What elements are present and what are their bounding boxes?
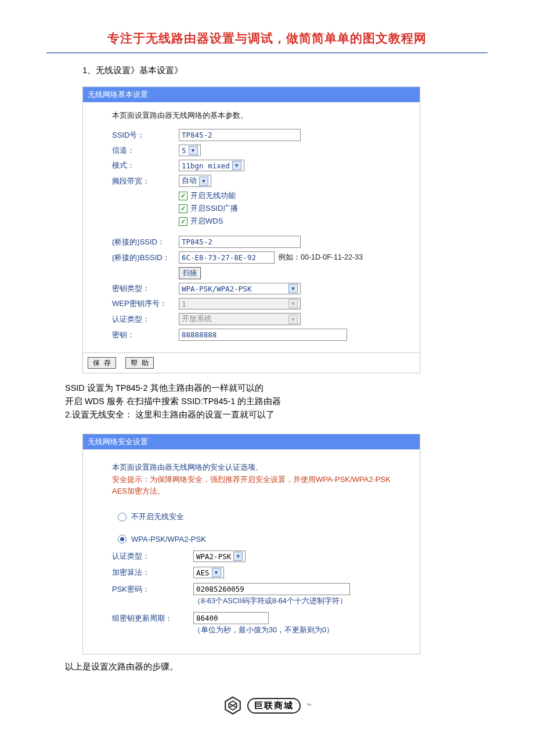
wepidx-select: 1 ▼ xyxy=(179,298,301,309)
ssid-input[interactable]: TP845-2 xyxy=(179,129,301,141)
authtype-label: 认证类型： xyxy=(112,314,179,325)
wireless-security-panel: 无线网络安全设置 本页面设置路由器无线网络的安全认证选项。 安全提示：为保障网络… xyxy=(82,434,420,655)
chevron-down-icon: ▼ xyxy=(189,146,198,155)
chevron-down-icon: ▼ xyxy=(199,177,208,186)
mode-select[interactable]: 11bgn mixed ▼ xyxy=(179,160,244,171)
wepidx-value: 1 xyxy=(182,300,186,308)
wireless-basic-panel: 无线网络基本设置 本页面设置路由器无线网络的基本参数。 SSID号： TP845… xyxy=(82,87,420,373)
wpa-psk-label: WPA-PSK/WPA2-PSK xyxy=(131,535,206,543)
panel2-desc2: 安全提示：为保障网络安全，强烈推荐开启安全设置，并使用WPA-PSK/WPA2-… xyxy=(112,474,406,498)
sec-enc-label: 加密算法： xyxy=(112,567,193,578)
channel-select[interactable]: 5 ▼ xyxy=(179,145,201,156)
footer-text: 以上是设置次路由器的步骤。 xyxy=(65,661,488,672)
ssid-label: SSID号： xyxy=(112,130,179,141)
brand-name: 巨联商城 xyxy=(247,698,301,714)
scan-button[interactable]: 扫描 xyxy=(179,267,201,279)
chevron-down-icon: ▼ xyxy=(212,568,221,577)
disable-security-radio[interactable] xyxy=(118,513,127,521)
sec-auth-value: WPA2-PSK xyxy=(196,552,231,561)
sec-enc-select[interactable]: AES ▼ xyxy=(193,567,224,578)
explain-line-3: 2.设置无线安全： 这里和主路由器的设置一直就可以了 xyxy=(65,408,488,422)
disable-security-label: 不开启无线安全 xyxy=(131,512,184,522)
step-1-text: 1、无线设置》基本设置》 xyxy=(82,65,488,76)
wpa-psk-radio[interactable] xyxy=(118,535,127,543)
panel2-desc1: 本页面设置路由器无线网络的安全认证选项。 xyxy=(112,462,406,473)
sec-enc-value: AES xyxy=(196,568,210,577)
panel2-header: 无线网络安全设置 xyxy=(83,434,420,449)
enable-ssid-broadcast-label: 开启SSID广播 xyxy=(190,203,238,214)
psk-input[interactable]: 02085260059 xyxy=(193,583,350,595)
brand-logo: 巨联商城 ™ xyxy=(46,696,488,717)
psk-hint: （8-63个ASCII码字符或8-64个十六进制字符） xyxy=(193,596,406,606)
psk-label: PSK密码： xyxy=(112,584,193,595)
chevron-down-icon: ▼ xyxy=(288,284,298,293)
chevron-down-icon: ▼ xyxy=(288,315,298,324)
channel-label: 信道： xyxy=(112,145,179,156)
bandwidth-select[interactable]: 自动 ▼ xyxy=(179,175,211,187)
keytype-value: WPA-PSK/WPA2-PSK xyxy=(182,285,251,293)
save-button[interactable]: 保 存 xyxy=(88,357,116,369)
key-label: 密钥： xyxy=(112,330,179,340)
keytype-label: 密钥类型： xyxy=(112,283,179,294)
hex-logo-icon xyxy=(223,696,243,715)
groupkey-label: 组密钥更新周期： xyxy=(112,613,193,624)
enable-wds-label: 开启WDS xyxy=(190,216,223,226)
trademark-icon: ™ xyxy=(306,703,312,708)
enable-wireless-label: 开启无线功能 xyxy=(190,190,236,201)
help-button[interactable]: 帮 助 xyxy=(125,357,154,369)
sec-auth-select[interactable]: WPA2-PSK ▼ xyxy=(193,550,246,562)
mode-label: 模式： xyxy=(112,160,179,171)
bridge-bssid-hint: 例如：00-1D-0F-11-22-33 xyxy=(278,253,363,262)
chevron-down-icon: ▼ xyxy=(288,299,298,308)
keytype-select[interactable]: WPA-PSK/WPA2-PSK ▼ xyxy=(179,283,301,294)
sec-auth-label: 认证类型： xyxy=(112,551,193,561)
bandwidth-label: 频段带宽： xyxy=(112,176,179,186)
authtype-select: 开放系统 ▼ xyxy=(179,313,301,325)
enable-wds-checkbox[interactable]: ✓ xyxy=(179,217,187,226)
mode-value: 11bgn mixed xyxy=(182,161,230,170)
page-title: 专注于无线路由器设置与调试，做简简单单的图文教程网 xyxy=(46,23,488,53)
explain-line-1: SSID 设置为 TP845-2 其他主路由器的一样就可以的 xyxy=(65,381,488,395)
wepidx-label: WEP密钥序号： xyxy=(112,298,179,309)
chevron-down-icon: ▼ xyxy=(233,552,243,561)
bandwidth-value: 自动 xyxy=(182,176,197,186)
groupkey-input[interactable]: 86400 xyxy=(193,612,269,624)
bridge-bssid-input[interactable]: 6C-E8-73-27-8E-92 xyxy=(179,251,275,264)
key-input[interactable]: 88888888 xyxy=(179,329,347,341)
panel1-desc: 本页面设置路由器无线网络的基本参数。 xyxy=(112,110,409,121)
channel-value: 5 xyxy=(182,146,186,155)
panel1-header: 无线网络基本设置 xyxy=(83,87,420,102)
authtype-value: 开放系统 xyxy=(182,314,212,324)
explain-line-2: 开启 WDS 服务 在扫描中搜索 SSID:TP845-1 的主路由器 xyxy=(65,395,488,408)
bridge-ssid-label: (桥接的)SSID： xyxy=(112,237,179,247)
enable-ssid-broadcast-checkbox[interactable]: ✓ xyxy=(179,204,187,213)
chevron-down-icon: ▼ xyxy=(232,161,241,170)
enable-wireless-checkbox[interactable]: ✓ xyxy=(179,192,187,200)
bridge-ssid-input[interactable]: TP845-2 xyxy=(179,236,301,248)
bridge-bssid-label: (桥接的)BSSID： xyxy=(112,253,179,263)
groupkey-hint: （单位为秒，最小值为30，不更新则为0） xyxy=(193,625,406,635)
